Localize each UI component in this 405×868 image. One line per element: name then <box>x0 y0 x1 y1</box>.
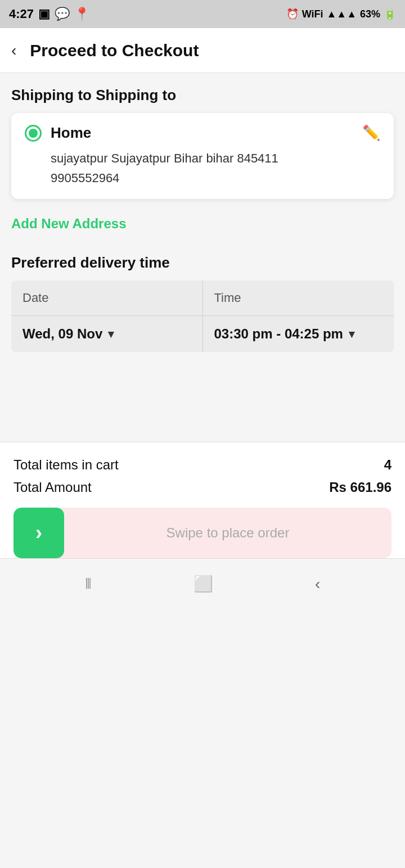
address-card-header: Home ✏️ <box>25 124 380 142</box>
status-location-icon: 📍 <box>74 7 89 21</box>
header: ‹ Proceed to Checkout <box>0 28 405 73</box>
bottom-nav: ⦀ ⬜ ‹ <box>0 558 405 609</box>
time-selector[interactable]: 03:30 pm - 04:25 pm ▾ <box>203 316 394 352</box>
amount-row: Total Amount Rs 661.96 <box>14 476 392 499</box>
time-chevron-icon: ▾ <box>349 327 354 341</box>
datetime-labels: Date Time <box>11 281 394 316</box>
page-title: Proceed to Checkout <box>30 41 199 60</box>
date-value: Wed, 09 Nov <box>22 326 102 342</box>
status-battery: 63% <box>360 8 380 20</box>
swipe-container: › Swipe to place order <box>14 508 392 558</box>
status-bar: 4:27 ▣ 💬 📍 ⏰ WiFi ▲▲▲ 63% 🔋 <box>0 0 405 28</box>
nav-recent-apps-icon[interactable]: ⦀ <box>85 575 92 593</box>
delivery-section-title: Preferred delivery time <box>11 254 394 272</box>
address-detail: sujayatpur Sujayatpur Bihar bihar 845411… <box>51 148 380 188</box>
status-right: ⏰ WiFi ▲▲▲ 63% 🔋 <box>286 8 396 20</box>
date-label: Date <box>11 281 203 315</box>
time-value: 03:30 pm - 04:25 pm <box>214 326 343 342</box>
delivery-section: Preferred delivery time Date Time Wed, 0… <box>11 243 394 352</box>
date-chevron-icon: ▾ <box>108 327 114 341</box>
datetime-container: Date Time Wed, 09 Nov ▾ 03:30 pm - 04:25… <box>11 281 394 352</box>
status-signal-icon: ▲▲▲ <box>327 8 357 20</box>
status-wifi-icon: WiFi <box>302 8 323 20</box>
address-phone: 9905552964 <box>51 168 380 188</box>
status-sim-icon: ▣ <box>38 7 50 21</box>
status-time: 4:27 <box>9 7 34 21</box>
address-line1: sujayatpur Sujayatpur Bihar bihar 845411 <box>51 148 380 168</box>
bottom-section: Total items in cart 4 Total Amount Rs 66… <box>0 442 405 558</box>
date-selector[interactable]: Wed, 09 Nov ▾ <box>11 316 203 352</box>
spacer <box>11 352 394 442</box>
main-content: Shipping to Shipping to Home ✏️ sujayatp… <box>0 73 405 442</box>
address-card: Home ✏️ sujayatpur Sujayatpur Bihar biha… <box>11 113 394 199</box>
nav-home-icon[interactable]: ⬜ <box>194 575 213 593</box>
radio-inner <box>29 129 38 138</box>
add-new-address-button[interactable]: Add New Address <box>11 210 394 243</box>
swipe-arrow-icon: › <box>35 521 42 545</box>
address-type-label: Home <box>51 124 91 142</box>
time-label: Time <box>203 281 394 315</box>
status-alarm-icon: ⏰ <box>286 8 299 20</box>
shipping-section-title: Shipping to Shipping to <box>11 87 394 104</box>
items-row: Total items in cart 4 <box>14 454 392 476</box>
amount-label: Total Amount <box>14 480 92 495</box>
status-battery-icon: 🔋 <box>384 8 396 20</box>
nav-back-icon[interactable]: ‹ <box>315 575 320 593</box>
datetime-values: Wed, 09 Nov ▾ 03:30 pm - 04:25 pm ▾ <box>11 316 394 352</box>
status-msg-icon: 💬 <box>55 7 70 21</box>
edit-address-icon[interactable]: ✏️ <box>362 124 380 142</box>
items-count: 4 <box>384 457 392 473</box>
status-left: 4:27 ▣ 💬 📍 <box>9 7 89 21</box>
shipping-section: Shipping to Shipping to Home ✏️ sujayatp… <box>11 87 394 243</box>
items-label: Total items in cart <box>14 457 119 473</box>
address-card-left: Home <box>25 124 91 142</box>
back-button[interactable]: ‹ <box>11 42 16 60</box>
swipe-button[interactable]: › <box>14 508 64 558</box>
address-radio-icon[interactable] <box>25 125 42 142</box>
swipe-label: Swipe to place order <box>64 525 392 541</box>
amount-value: Rs 661.96 <box>329 480 392 495</box>
